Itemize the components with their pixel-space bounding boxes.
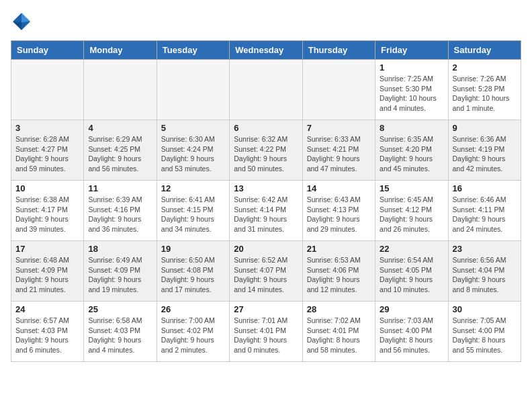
day-info: Sunrise: 7:01 AMSunset: 4:01 PMDaylight:…	[234, 316, 298, 355]
calendar-cell: 23Sunrise: 6:56 AMSunset: 4:04 PMDayligh…	[448, 241, 521, 302]
calendar-cell: 24Sunrise: 6:57 AMSunset: 4:03 PMDayligh…	[11, 302, 84, 362]
day-number: 1	[380, 62, 443, 73]
calendar-week-row: 17Sunrise: 6:48 AMSunset: 4:09 PMDayligh…	[11, 241, 521, 302]
day-info: Sunrise: 6:30 AMSunset: 4:24 PMDaylight:…	[161, 134, 225, 174]
day-number: 23	[453, 244, 517, 254]
calendar-cell: 21Sunrise: 6:53 AMSunset: 4:06 PMDayligh…	[302, 241, 375, 302]
calendar-week-row: 3Sunrise: 6:28 AMSunset: 4:27 PMDaylight…	[11, 120, 521, 181]
logo	[11, 11, 35, 32]
calendar-cell	[157, 60, 229, 120]
day-number: 5	[161, 123, 225, 133]
calendar-cell: 4Sunrise: 6:29 AMSunset: 4:25 PMDaylight…	[84, 120, 157, 181]
calendar-cell: 12Sunrise: 6:41 AMSunset: 4:15 PMDayligh…	[157, 181, 229, 241]
calendar-cell: 17Sunrise: 6:48 AMSunset: 4:09 PMDayligh…	[11, 241, 84, 302]
day-info: Sunrise: 6:53 AMSunset: 4:06 PMDaylight:…	[307, 255, 371, 295]
day-info: Sunrise: 6:36 AMSunset: 4:19 PMDaylight:…	[453, 134, 517, 174]
calendar-cell	[302, 60, 375, 120]
day-info: Sunrise: 6:50 AMSunset: 4:08 PMDaylight:…	[161, 255, 225, 295]
calendar-cell	[11, 60, 84, 120]
calendar-cell: 15Sunrise: 6:45 AMSunset: 4:12 PMDayligh…	[375, 181, 448, 241]
calendar-cell: 29Sunrise: 7:03 AMSunset: 4:00 PMDayligh…	[375, 302, 448, 362]
day-info: Sunrise: 7:02 AMSunset: 4:01 PMDaylight:…	[307, 316, 371, 355]
calendar-cell	[230, 60, 302, 120]
calendar-week-row: 1Sunrise: 7:25 AMSunset: 5:30 PMDaylight…	[11, 60, 521, 120]
calendar-cell: 27Sunrise: 7:01 AMSunset: 4:01 PMDayligh…	[230, 302, 302, 362]
day-info: Sunrise: 6:38 AMSunset: 4:17 PMDaylight:…	[15, 195, 79, 234]
svg-marker-2	[21, 21, 30, 30]
calendar-header-tuesday: Tuesday	[157, 41, 229, 60]
header	[11, 11, 521, 32]
calendar-cell: 19Sunrise: 6:50 AMSunset: 4:08 PMDayligh…	[157, 241, 229, 302]
day-info: Sunrise: 7:26 AMSunset: 5:28 PMDaylight:…	[453, 74, 517, 113]
day-info: Sunrise: 6:46 AMSunset: 4:11 PMDaylight:…	[453, 195, 517, 234]
calendar-cell: 26Sunrise: 7:00 AMSunset: 4:02 PMDayligh…	[157, 302, 229, 362]
calendar-cell: 18Sunrise: 6:49 AMSunset: 4:09 PMDayligh…	[84, 241, 157, 302]
day-info: Sunrise: 6:33 AMSunset: 4:21 PMDaylight:…	[307, 134, 371, 174]
day-number: 27	[234, 304, 298, 314]
day-number: 28	[307, 304, 371, 314]
day-info: Sunrise: 7:03 AMSunset: 4:00 PMDaylight:…	[380, 316, 443, 355]
calendar-header-row: SundayMondayTuesdayWednesdayThursdayFrid…	[11, 41, 521, 60]
day-number: 8	[380, 123, 443, 133]
calendar-cell: 7Sunrise: 6:33 AMSunset: 4:21 PMDaylight…	[302, 120, 375, 181]
day-info: Sunrise: 6:54 AMSunset: 4:05 PMDaylight:…	[380, 255, 443, 295]
day-info: Sunrise: 7:00 AMSunset: 4:02 PMDaylight:…	[161, 316, 225, 355]
day-info: Sunrise: 6:58 AMSunset: 4:03 PMDaylight:…	[88, 316, 152, 355]
day-number: 13	[234, 183, 298, 193]
calendar-cell: 22Sunrise: 6:54 AMSunset: 4:05 PMDayligh…	[375, 241, 448, 302]
day-number: 24	[15, 304, 79, 314]
day-info: Sunrise: 6:29 AMSunset: 4:25 PMDaylight:…	[88, 134, 152, 174]
day-number: 15	[380, 183, 443, 193]
calendar-cell: 8Sunrise: 6:35 AMSunset: 4:20 PMDaylight…	[375, 120, 448, 181]
day-number: 12	[161, 183, 225, 193]
calendar-cell	[84, 60, 157, 120]
day-number: 7	[307, 123, 371, 133]
calendar-header-saturday: Saturday	[448, 41, 521, 60]
day-number: 6	[234, 123, 298, 133]
day-number: 19	[161, 244, 225, 254]
day-info: Sunrise: 6:48 AMSunset: 4:09 PMDaylight:…	[15, 255, 79, 295]
day-info: Sunrise: 6:56 AMSunset: 4:04 PMDaylight:…	[453, 255, 517, 295]
day-number: 17	[15, 244, 79, 254]
day-number: 10	[15, 183, 79, 193]
calendar-cell: 3Sunrise: 6:28 AMSunset: 4:27 PMDaylight…	[11, 120, 84, 181]
calendar-cell: 9Sunrise: 6:36 AMSunset: 4:19 PMDaylight…	[448, 120, 521, 181]
day-number: 30	[453, 304, 517, 314]
calendar-header-thursday: Thursday	[302, 41, 375, 60]
day-number: 4	[88, 123, 152, 133]
day-number: 21	[307, 244, 371, 254]
day-info: Sunrise: 6:35 AMSunset: 4:20 PMDaylight:…	[380, 134, 443, 174]
calendar-cell: 25Sunrise: 6:58 AMSunset: 4:03 PMDayligh…	[84, 302, 157, 362]
day-info: Sunrise: 6:45 AMSunset: 4:12 PMDaylight:…	[380, 195, 443, 234]
day-info: Sunrise: 7:05 AMSunset: 4:00 PMDaylight:…	[453, 316, 517, 355]
day-info: Sunrise: 7:25 AMSunset: 5:30 PMDaylight:…	[380, 74, 443, 113]
day-info: Sunrise: 6:32 AMSunset: 4:22 PMDaylight:…	[234, 134, 298, 174]
calendar-cell: 5Sunrise: 6:30 AMSunset: 4:24 PMDaylight…	[157, 120, 229, 181]
calendar-cell: 11Sunrise: 6:39 AMSunset: 4:16 PMDayligh…	[84, 181, 157, 241]
day-number: 18	[88, 244, 152, 254]
calendar-cell: 28Sunrise: 7:02 AMSunset: 4:01 PMDayligh…	[302, 302, 375, 362]
day-info: Sunrise: 6:43 AMSunset: 4:13 PMDaylight:…	[307, 195, 371, 234]
day-number: 29	[380, 304, 443, 314]
calendar-week-row: 10Sunrise: 6:38 AMSunset: 4:17 PMDayligh…	[11, 181, 521, 241]
day-info: Sunrise: 6:57 AMSunset: 4:03 PMDaylight:…	[15, 316, 79, 355]
day-number: 2	[453, 62, 517, 73]
svg-marker-1	[21, 13, 30, 22]
day-number: 20	[234, 244, 298, 254]
calendar-cell: 13Sunrise: 6:42 AMSunset: 4:14 PMDayligh…	[230, 181, 302, 241]
day-number: 3	[15, 123, 79, 133]
svg-marker-3	[13, 21, 21, 30]
day-number: 9	[453, 123, 517, 133]
day-number: 22	[380, 244, 443, 254]
day-info: Sunrise: 6:28 AMSunset: 4:27 PMDaylight:…	[15, 134, 79, 174]
calendar-header-friday: Friday	[375, 41, 448, 60]
calendar-cell: 1Sunrise: 7:25 AMSunset: 5:30 PMDaylight…	[375, 60, 448, 120]
day-number: 25	[88, 304, 152, 314]
calendar-cell: 2Sunrise: 7:26 AMSunset: 5:28 PMDaylight…	[448, 60, 521, 120]
calendar-cell: 20Sunrise: 6:52 AMSunset: 4:07 PMDayligh…	[230, 241, 302, 302]
logo-icon	[11, 11, 32, 32]
calendar-week-row: 24Sunrise: 6:57 AMSunset: 4:03 PMDayligh…	[11, 302, 521, 362]
day-info: Sunrise: 6:39 AMSunset: 4:16 PMDaylight:…	[88, 195, 152, 234]
day-number: 14	[307, 183, 371, 193]
calendar-header-sunday: Sunday	[11, 41, 84, 60]
